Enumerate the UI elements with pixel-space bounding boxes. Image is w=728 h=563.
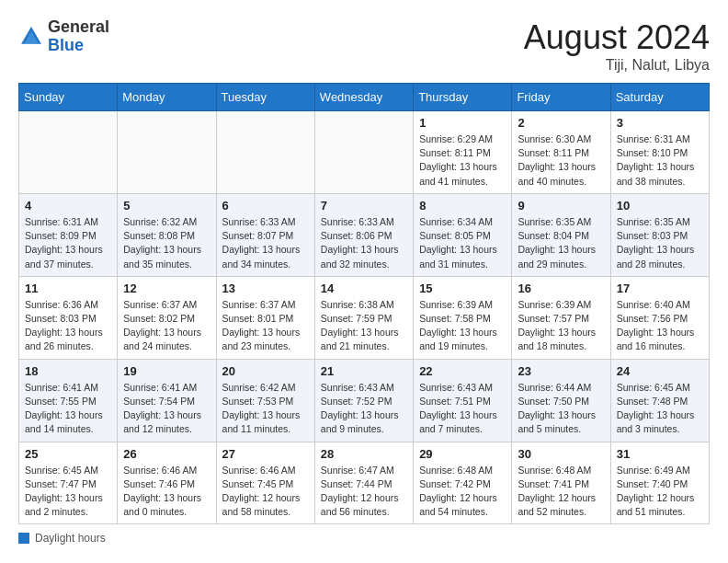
day-info: Sunrise: 6:42 AMSunset: 7:53 PMDaylight:… xyxy=(222,381,309,437)
day-number: 2 xyxy=(518,116,604,130)
calendar-cell xyxy=(19,111,118,194)
day-number: 4 xyxy=(25,199,111,213)
day-number: 7 xyxy=(321,199,407,213)
footer: Daylight hours xyxy=(18,532,710,545)
day-info: Sunrise: 6:32 AMSunset: 8:08 PMDaylight:… xyxy=(123,215,210,271)
weekday-header-sunday: Sunday xyxy=(19,84,118,111)
calendar-cell: 3Sunrise: 6:31 AMSunset: 8:10 PMDaylight… xyxy=(610,111,709,194)
calendar-week-row: 11Sunrise: 6:36 AMSunset: 8:03 PMDayligh… xyxy=(19,276,710,359)
title-block: August 2024 Tiji, Nalut, Libya xyxy=(524,18,710,74)
calendar-cell: 31Sunrise: 6:49 AMSunset: 7:40 PMDayligh… xyxy=(610,442,709,524)
calendar-cell: 25Sunrise: 6:45 AMSunset: 7:47 PMDayligh… xyxy=(19,442,118,524)
logo-icon xyxy=(18,24,44,50)
day-info: Sunrise: 6:41 AMSunset: 7:54 PMDaylight:… xyxy=(123,381,210,437)
day-info: Sunrise: 6:31 AMSunset: 8:10 PMDaylight:… xyxy=(617,132,703,189)
calendar-cell: 20Sunrise: 6:42 AMSunset: 7:53 PMDayligh… xyxy=(216,359,314,442)
day-info: Sunrise: 6:38 AMSunset: 7:59 PMDaylight:… xyxy=(321,298,407,354)
day-number: 15 xyxy=(419,282,506,295)
day-info: Sunrise: 6:37 AMSunset: 8:01 PMDaylight:… xyxy=(222,298,309,354)
calendar-cell: 21Sunrise: 6:43 AMSunset: 7:52 PMDayligh… xyxy=(314,359,413,442)
weekday-header-saturday: Saturday xyxy=(610,84,709,111)
day-number: 9 xyxy=(518,199,604,213)
calendar-table: SundayMondayTuesdayWednesdayThursdayFrid… xyxy=(18,83,710,524)
footer-dot-icon xyxy=(18,533,29,544)
logo: General Blue xyxy=(18,18,109,55)
calendar-cell: 14Sunrise: 6:38 AMSunset: 7:59 PMDayligh… xyxy=(314,276,413,359)
calendar-cell: 27Sunrise: 6:46 AMSunset: 7:45 PMDayligh… xyxy=(216,442,314,524)
calendar-cell: 9Sunrise: 6:35 AMSunset: 8:04 PMDaylight… xyxy=(512,193,610,276)
day-info: Sunrise: 6:29 AMSunset: 8:11 PMDaylight:… xyxy=(419,132,506,189)
calendar-cell: 18Sunrise: 6:41 AMSunset: 7:55 PMDayligh… xyxy=(19,359,118,442)
calendar-cell: 23Sunrise: 6:44 AMSunset: 7:50 PMDayligh… xyxy=(512,359,610,442)
day-info: Sunrise: 6:41 AMSunset: 7:55 PMDaylight:… xyxy=(25,381,111,437)
month-year-title: August 2024 xyxy=(524,18,710,57)
day-info: Sunrise: 6:36 AMSunset: 8:03 PMDaylight:… xyxy=(25,298,111,354)
page-header: General Blue August 2024 Tiji, Nalut, Li… xyxy=(18,18,710,74)
calendar-cell: 2Sunrise: 6:30 AMSunset: 8:11 PMDaylight… xyxy=(512,111,610,194)
day-info: Sunrise: 6:45 AMSunset: 7:48 PMDaylight:… xyxy=(617,381,703,437)
day-info: Sunrise: 6:44 AMSunset: 7:50 PMDaylight:… xyxy=(518,381,604,437)
calendar-cell: 7Sunrise: 6:33 AMSunset: 8:06 PMDaylight… xyxy=(314,193,413,276)
day-number: 19 xyxy=(123,364,210,378)
day-info: Sunrise: 6:45 AMSunset: 7:47 PMDaylight:… xyxy=(25,464,111,520)
calendar-cell xyxy=(216,111,314,194)
day-number: 8 xyxy=(419,199,506,213)
weekday-header-monday: Monday xyxy=(118,84,216,111)
calendar-cell: 17Sunrise: 6:40 AMSunset: 7:56 PMDayligh… xyxy=(610,276,709,359)
day-info: Sunrise: 6:31 AMSunset: 8:09 PMDaylight:… xyxy=(25,215,111,271)
day-number: 20 xyxy=(222,364,309,378)
day-info: Sunrise: 6:46 AMSunset: 7:45 PMDaylight:… xyxy=(222,464,309,520)
day-info: Sunrise: 6:47 AMSunset: 7:44 PMDaylight:… xyxy=(321,464,407,520)
calendar-cell xyxy=(118,111,216,194)
day-number: 22 xyxy=(419,364,506,378)
calendar-cell: 11Sunrise: 6:36 AMSunset: 8:03 PMDayligh… xyxy=(19,276,118,359)
footer-label: Daylight hours xyxy=(35,532,106,545)
day-number: 3 xyxy=(617,116,703,130)
weekday-header-thursday: Thursday xyxy=(414,84,512,111)
calendar-cell: 4Sunrise: 6:31 AMSunset: 8:09 PMDaylight… xyxy=(19,193,118,276)
day-number: 25 xyxy=(25,447,111,461)
day-info: Sunrise: 6:40 AMSunset: 7:56 PMDaylight:… xyxy=(617,298,703,354)
calendar-cell: 8Sunrise: 6:34 AMSunset: 8:05 PMDaylight… xyxy=(414,193,512,276)
day-number: 29 xyxy=(419,447,506,461)
day-info: Sunrise: 6:30 AMSunset: 8:11 PMDaylight:… xyxy=(518,132,604,189)
calendar-week-row: 1Sunrise: 6:29 AMSunset: 8:11 PMDaylight… xyxy=(19,111,710,194)
day-info: Sunrise: 6:48 AMSunset: 7:42 PMDaylight:… xyxy=(419,464,506,520)
day-number: 27 xyxy=(222,447,309,461)
day-number: 31 xyxy=(617,447,703,461)
calendar-cell: 5Sunrise: 6:32 AMSunset: 8:08 PMDaylight… xyxy=(118,193,216,276)
day-info: Sunrise: 6:43 AMSunset: 7:52 PMDaylight:… xyxy=(321,381,407,437)
day-number: 28 xyxy=(321,447,407,461)
day-number: 1 xyxy=(419,116,506,130)
day-number: 13 xyxy=(222,282,309,295)
day-number: 16 xyxy=(518,282,604,295)
location-subtitle: Tiji, Nalut, Libya xyxy=(524,57,710,74)
day-info: Sunrise: 6:46 AMSunset: 7:46 PMDaylight:… xyxy=(123,464,210,520)
calendar-cell: 12Sunrise: 6:37 AMSunset: 8:02 PMDayligh… xyxy=(118,276,216,359)
day-number: 17 xyxy=(617,282,703,295)
day-number: 21 xyxy=(321,364,407,378)
day-number: 6 xyxy=(222,199,309,213)
day-info: Sunrise: 6:48 AMSunset: 7:41 PMDaylight:… xyxy=(518,464,604,520)
logo-general: General xyxy=(48,17,109,36)
calendar-cell: 15Sunrise: 6:39 AMSunset: 7:58 PMDayligh… xyxy=(414,276,512,359)
calendar-cell: 13Sunrise: 6:37 AMSunset: 8:01 PMDayligh… xyxy=(216,276,314,359)
day-number: 5 xyxy=(123,199,210,213)
weekday-header-row: SundayMondayTuesdayWednesdayThursdayFrid… xyxy=(19,84,710,111)
calendar-cell xyxy=(314,111,413,194)
logo-blue: Blue xyxy=(48,36,84,54)
calendar-cell: 30Sunrise: 6:48 AMSunset: 7:41 PMDayligh… xyxy=(512,442,610,524)
day-info: Sunrise: 6:39 AMSunset: 7:57 PMDaylight:… xyxy=(518,298,604,354)
day-number: 23 xyxy=(518,364,604,378)
day-number: 12 xyxy=(123,282,210,295)
calendar-week-row: 4Sunrise: 6:31 AMSunset: 8:09 PMDaylight… xyxy=(19,193,710,276)
calendar-cell: 28Sunrise: 6:47 AMSunset: 7:44 PMDayligh… xyxy=(314,442,413,524)
calendar-cell: 19Sunrise: 6:41 AMSunset: 7:54 PMDayligh… xyxy=(118,359,216,442)
day-info: Sunrise: 6:43 AMSunset: 7:51 PMDaylight:… xyxy=(419,381,506,437)
day-info: Sunrise: 6:34 AMSunset: 8:05 PMDaylight:… xyxy=(419,215,506,271)
calendar-week-row: 25Sunrise: 6:45 AMSunset: 7:47 PMDayligh… xyxy=(19,442,710,524)
weekday-header-tuesday: Tuesday xyxy=(216,84,314,111)
day-number: 10 xyxy=(617,199,703,213)
day-info: Sunrise: 6:33 AMSunset: 8:06 PMDaylight:… xyxy=(321,215,407,271)
day-info: Sunrise: 6:33 AMSunset: 8:07 PMDaylight:… xyxy=(222,215,309,271)
